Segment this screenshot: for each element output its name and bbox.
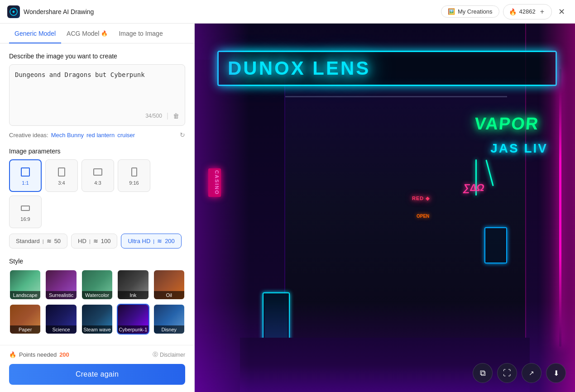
action-buttons: ⧉ ⛶ ↗ ⬇	[473, 363, 566, 383]
my-creations-button[interactable]: 🖼️ My Creations	[441, 5, 499, 18]
trash-icon[interactable]: 🗑	[173, 112, 179, 120]
titlebar-right: 🖼️ My Creations 🔥 42862 + ✕	[441, 4, 568, 19]
tab-acg-model[interactable]: ACG Model 🔥	[61, 24, 113, 43]
style-section-label: Style	[9, 258, 185, 265]
download-button[interactable]: ⬇	[546, 363, 566, 383]
style-steamwave[interactable]: Steam wave	[81, 304, 113, 335]
quality-row: Standard | ≋ 50 HD | ≋ 100 Ultra HD | ≋ …	[9, 234, 185, 249]
titlebar-left: Wondershare AI Drawing	[7, 5, 94, 18]
neon-vapor-sign: VAPOR	[474, 114, 540, 134]
ratio-3-4[interactable]: 3:4	[45, 159, 78, 192]
tab-generic-model[interactable]: Generic Model	[9, 24, 61, 43]
image-params-label: Image parameters	[9, 148, 185, 155]
quality-icon-1: ≋	[93, 238, 98, 244]
creative-tag-1[interactable]: red lantern	[86, 132, 115, 139]
create-again-button[interactable]: Create again	[9, 364, 185, 385]
quality-divider-2: |	[153, 239, 154, 244]
creative-ideas-label: Creative ideas:	[9, 132, 48, 139]
ratio-9-16[interactable]: 9:16	[118, 159, 150, 192]
style-ink[interactable]: Ink	[117, 269, 149, 300]
ultrahd-label: Ultra HD	[128, 238, 150, 244]
style-cyberpunk-label: Cyberpunk-1	[118, 325, 148, 334]
tab-image-to-image[interactable]: Image to Image	[113, 24, 168, 43]
ultrahd-points: 200	[165, 238, 175, 244]
points-icon: 🔥	[509, 8, 517, 15]
style-surrealistic[interactable]: Surrealistic	[45, 269, 77, 300]
expand-button[interactable]: ⛶	[497, 363, 517, 383]
style-watercolor[interactable]: Watercolor	[81, 269, 113, 300]
bottom-bar: 🔥 Points needed 200 ⓪ Disclaimer Create …	[0, 345, 194, 392]
side-glow-left	[195, 24, 249, 392]
creative-tag-2[interactable]: cruiser	[117, 132, 135, 139]
neon-rect-1	[484, 227, 507, 263]
style-cyberpunk1[interactable]: Cyberpunk-1	[117, 304, 149, 335]
cyber-scene: DUNOX LENS VAPOR JAS LIV CASINO RED ◆ OP…	[195, 24, 575, 392]
standard-label: Standard	[16, 238, 40, 244]
style-landscape-label: Landscape	[10, 291, 40, 299]
refresh-icon[interactable]: ↻	[180, 131, 185, 139]
ratio-3-4-label: 3:4	[58, 180, 65, 186]
style-disney[interactable]: Disney	[153, 304, 185, 335]
style-oil-label: Oil	[154, 291, 184, 299]
hd-label: HD	[78, 238, 86, 244]
creative-ideas: Creative ideas: Mech Bunny red lantern c…	[9, 131, 185, 139]
ratio-1-1-label: 1:1	[22, 180, 29, 186]
neon-sign-main: DUNOX LENS	[217, 51, 557, 86]
disclaimer-label: Disclaimer	[160, 352, 185, 358]
ratio-1-1[interactable]: 1:1	[9, 159, 42, 192]
ratio-1-1-icon	[19, 166, 32, 178]
quality-hd[interactable]: HD | ≋ 100	[71, 234, 117, 249]
copy-icon: ⧉	[480, 368, 486, 378]
style-disney-label: Disney	[154, 325, 184, 334]
share-icon: ↗	[529, 369, 534, 377]
neon-detail-1: RED ◆	[412, 196, 430, 201]
quality-icon-0: ≋	[47, 238, 52, 244]
main-content: Generic Model ACG Model 🔥 Image to Image…	[0, 24, 575, 392]
share-button[interactable]: ↗	[522, 363, 541, 383]
style-landscape[interactable]: Landscape	[9, 269, 41, 300]
ratio-4-3-icon	[91, 166, 104, 178]
char-count: 34/500	[145, 113, 162, 119]
quality-icon-2: ≋	[157, 238, 162, 244]
points-badge: 🔥 42862 +	[503, 4, 552, 19]
panel-content: Describe the image you want to create Du…	[0, 43, 194, 345]
acg-model-label: ACG Model	[67, 30, 99, 37]
ratio-grid: 1:1 3:4 4:3 9:16 16:9	[9, 159, 185, 228]
app-title: Wondershare AI Drawing	[24, 8, 94, 15]
copy-button[interactable]: ⧉	[473, 363, 493, 383]
ratio-9-16-label: 9:16	[129, 180, 139, 186]
my-creations-label: My Creations	[458, 8, 493, 15]
ratio-16-9-icon	[19, 202, 32, 215]
style-science[interactable]: Science	[45, 304, 77, 335]
image-to-image-label: Image to Image	[119, 30, 163, 37]
prompt-footer: 34/500 | 🗑	[15, 112, 179, 120]
quality-divider-1: |	[89, 239, 91, 244]
download-icon: ⬇	[553, 369, 559, 378]
points-needed-label: Points needed	[19, 351, 57, 358]
close-button[interactable]: ✕	[556, 7, 568, 17]
prompt-textarea[interactable]: Dungeons and Dragons but Cyberpunk	[15, 70, 179, 106]
add-points-button[interactable]: +	[538, 7, 546, 17]
style-paper-label: Paper	[10, 325, 40, 334]
quality-ultrahd[interactable]: Ultra HD | ≋ 200	[121, 234, 181, 249]
style-grid: Landscape Surrealistic Watercolor Ink Oi…	[9, 269, 185, 335]
prompt-container: Dungeons and Dragons but Cyberpunk 34/50…	[9, 64, 185, 126]
disclaimer-link[interactable]: ⓪ Disclaimer	[153, 351, 185, 359]
side-glow-right	[539, 24, 575, 392]
points-needed: 🔥 Points needed 200	[9, 351, 69, 358]
ratio-9-16-icon	[128, 166, 140, 178]
expand-icon: ⛶	[503, 368, 511, 378]
ratio-16-9[interactable]: 16:9	[9, 196, 42, 228]
disclaimer-icon: ⓪	[153, 351, 158, 359]
titlebar: Wondershare AI Drawing 🖼️ My Creations 🔥…	[0, 0, 575, 24]
ratio-3-4-icon	[55, 166, 68, 178]
prompt-section-label: Describe the image you want to create	[9, 53, 185, 60]
tabs: Generic Model ACG Model 🔥 Image to Image	[0, 24, 194, 43]
generic-model-label: Generic Model	[14, 30, 56, 37]
quality-standard[interactable]: Standard | ≋ 50	[9, 234, 67, 249]
ratio-4-3[interactable]: 4:3	[81, 159, 114, 192]
style-oil[interactable]: Oil	[153, 269, 185, 300]
creative-tag-0[interactable]: Mech Bunny	[51, 132, 84, 139]
style-surrealistic-label: Surrealistic	[46, 291, 76, 299]
style-paper[interactable]: Paper	[9, 304, 41, 335]
